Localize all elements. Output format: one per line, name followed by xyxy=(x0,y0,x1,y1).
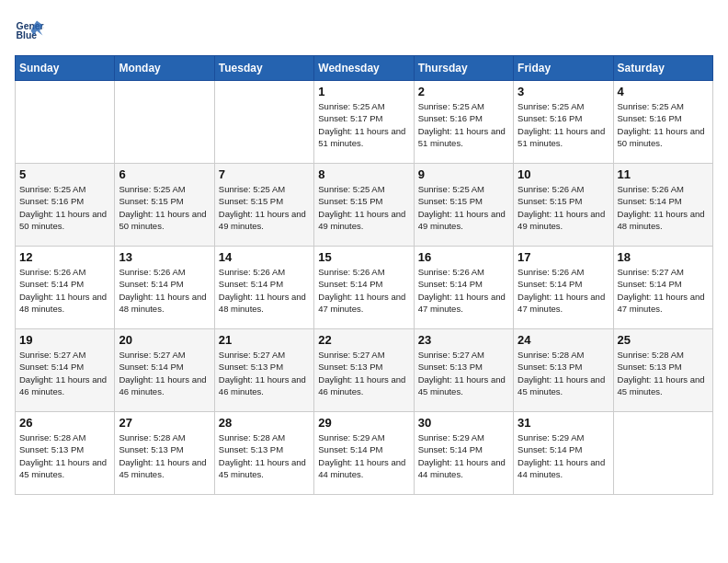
day-number: 7 xyxy=(219,167,310,181)
day-number: 25 xyxy=(618,333,709,347)
day-number: 27 xyxy=(119,416,210,430)
calendar-cell: 9Sunrise: 5:25 AMSunset: 5:15 PMDaylight… xyxy=(414,164,513,247)
calendar-cell: 7Sunrise: 5:25 AMSunset: 5:15 PMDaylight… xyxy=(214,164,313,247)
weekday-header: Tuesday xyxy=(214,56,313,81)
day-number: 2 xyxy=(418,85,509,98)
day-number: 20 xyxy=(119,333,210,347)
day-info: Sunrise: 5:25 AMSunset: 5:15 PMDaylight:… xyxy=(219,183,310,232)
day-info: Sunrise: 5:27 AMSunset: 5:13 PMDaylight:… xyxy=(318,349,409,397)
day-number: 11 xyxy=(618,167,709,181)
calendar-cell: 15Sunrise: 5:26 AMSunset: 5:14 PMDayligh… xyxy=(314,247,414,329)
day-number: 21 xyxy=(219,333,310,347)
day-number: 12 xyxy=(19,250,110,264)
calendar-cell xyxy=(214,81,313,164)
day-info: Sunrise: 5:27 AMSunset: 5:14 PMDaylight:… xyxy=(119,349,210,397)
day-info: Sunrise: 5:28 AMSunset: 5:13 PMDaylight:… xyxy=(518,349,609,397)
day-number: 30 xyxy=(418,416,509,430)
calendar-cell: 8Sunrise: 5:25 AMSunset: 5:15 PMDaylight… xyxy=(314,164,414,247)
day-info: Sunrise: 5:27 AMSunset: 5:13 PMDaylight:… xyxy=(418,349,509,397)
weekday-header: Friday xyxy=(514,56,613,81)
day-info: Sunrise: 5:25 AMSunset: 5:16 PMDaylight:… xyxy=(418,100,509,149)
calendar-cell: 11Sunrise: 5:26 AMSunset: 5:14 PMDayligh… xyxy=(613,164,712,247)
day-info: Sunrise: 5:26 AMSunset: 5:14 PMDaylight:… xyxy=(418,266,509,315)
calendar-cell: 16Sunrise: 5:26 AMSunset: 5:14 PMDayligh… xyxy=(414,247,513,329)
day-number: 17 xyxy=(518,250,609,264)
day-number: 18 xyxy=(618,250,709,264)
day-info: Sunrise: 5:25 AMSunset: 5:16 PMDaylight:… xyxy=(618,100,709,149)
calendar-cell xyxy=(613,412,712,495)
day-number: 28 xyxy=(219,416,310,430)
logo: General Blue xyxy=(15,15,50,44)
day-number: 22 xyxy=(318,333,409,347)
calendar-header: SundayMondayTuesdayWednesdayThursdayFrid… xyxy=(16,56,713,81)
day-info: Sunrise: 5:28 AMSunset: 5:13 PMDaylight:… xyxy=(119,431,210,480)
calendar-cell xyxy=(115,81,214,164)
calendar-cell: 14Sunrise: 5:26 AMSunset: 5:14 PMDayligh… xyxy=(214,247,313,329)
day-number: 13 xyxy=(119,250,210,264)
day-info: Sunrise: 5:28 AMSunset: 5:13 PMDaylight:… xyxy=(618,349,709,397)
day-number: 24 xyxy=(518,333,609,347)
day-info: Sunrise: 5:26 AMSunset: 5:14 PMDaylight:… xyxy=(119,266,210,315)
day-info: Sunrise: 5:29 AMSunset: 5:14 PMDaylight:… xyxy=(418,431,509,480)
day-info: Sunrise: 5:28 AMSunset: 5:13 PMDaylight:… xyxy=(219,431,310,480)
calendar-cell: 25Sunrise: 5:28 AMSunset: 5:13 PMDayligh… xyxy=(613,329,712,412)
calendar-cell: 28Sunrise: 5:28 AMSunset: 5:13 PMDayligh… xyxy=(214,412,313,495)
day-number: 31 xyxy=(518,416,609,430)
day-info: Sunrise: 5:27 AMSunset: 5:13 PMDaylight:… xyxy=(219,349,310,397)
day-number: 3 xyxy=(518,85,609,98)
day-info: Sunrise: 5:25 AMSunset: 5:15 PMDaylight:… xyxy=(418,183,509,232)
day-info: Sunrise: 5:29 AMSunset: 5:14 PMDaylight:… xyxy=(518,431,609,480)
weekday-header: Sunday xyxy=(16,56,115,81)
day-info: Sunrise: 5:27 AMSunset: 5:14 PMDaylight:… xyxy=(618,266,709,315)
calendar-cell: 18Sunrise: 5:27 AMSunset: 5:14 PMDayligh… xyxy=(613,247,712,329)
calendar-cell: 17Sunrise: 5:26 AMSunset: 5:14 PMDayligh… xyxy=(514,247,613,329)
calendar-cell: 27Sunrise: 5:28 AMSunset: 5:13 PMDayligh… xyxy=(115,412,214,495)
calendar-cell: 26Sunrise: 5:28 AMSunset: 5:13 PMDayligh… xyxy=(16,412,115,495)
day-info: Sunrise: 5:25 AMSunset: 5:15 PMDaylight:… xyxy=(318,183,409,232)
day-number: 19 xyxy=(19,333,110,347)
day-number: 14 xyxy=(219,250,310,264)
calendar-cell: 20Sunrise: 5:27 AMSunset: 5:14 PMDayligh… xyxy=(115,329,214,412)
day-info: Sunrise: 5:26 AMSunset: 5:14 PMDaylight:… xyxy=(618,183,709,232)
day-info: Sunrise: 5:27 AMSunset: 5:14 PMDaylight:… xyxy=(19,349,110,397)
calendar-cell: 2Sunrise: 5:25 AMSunset: 5:16 PMDaylight… xyxy=(414,81,513,164)
day-number: 10 xyxy=(518,167,609,181)
calendar-cell: 31Sunrise: 5:29 AMSunset: 5:14 PMDayligh… xyxy=(514,412,613,495)
calendar-cell: 10Sunrise: 5:26 AMSunset: 5:15 PMDayligh… xyxy=(514,164,613,247)
day-number: 26 xyxy=(19,416,110,430)
calendar-cell: 21Sunrise: 5:27 AMSunset: 5:13 PMDayligh… xyxy=(214,329,313,412)
day-info: Sunrise: 5:26 AMSunset: 5:14 PMDaylight:… xyxy=(19,266,110,315)
day-info: Sunrise: 5:26 AMSunset: 5:14 PMDaylight:… xyxy=(518,266,609,315)
calendar-cell: 30Sunrise: 5:29 AMSunset: 5:14 PMDayligh… xyxy=(414,412,513,495)
day-info: Sunrise: 5:26 AMSunset: 5:15 PMDaylight:… xyxy=(518,183,609,232)
page-header: General Blue xyxy=(15,15,713,44)
day-info: Sunrise: 5:25 AMSunset: 5:16 PMDaylight:… xyxy=(518,100,609,149)
calendar-table: SundayMondayTuesdayWednesdayThursdayFrid… xyxy=(15,55,713,495)
day-number: 6 xyxy=(119,167,210,181)
calendar-cell: 13Sunrise: 5:26 AMSunset: 5:14 PMDayligh… xyxy=(115,247,214,329)
day-info: Sunrise: 5:26 AMSunset: 5:14 PMDaylight:… xyxy=(318,266,409,315)
day-number: 9 xyxy=(418,167,509,181)
logo-icon: General Blue xyxy=(15,15,44,44)
calendar-cell: 19Sunrise: 5:27 AMSunset: 5:14 PMDayligh… xyxy=(16,329,115,412)
day-info: Sunrise: 5:25 AMSunset: 5:15 PMDaylight:… xyxy=(119,183,210,232)
day-info: Sunrise: 5:26 AMSunset: 5:14 PMDaylight:… xyxy=(219,266,310,315)
calendar-cell: 1Sunrise: 5:25 AMSunset: 5:17 PMDaylight… xyxy=(314,81,414,164)
weekday-header: Thursday xyxy=(414,56,513,81)
day-number: 23 xyxy=(418,333,509,347)
weekday-header: Monday xyxy=(115,56,214,81)
calendar-cell: 23Sunrise: 5:27 AMSunset: 5:13 PMDayligh… xyxy=(414,329,513,412)
day-number: 5 xyxy=(19,167,110,181)
day-info: Sunrise: 5:29 AMSunset: 5:14 PMDaylight:… xyxy=(318,431,409,480)
calendar-cell xyxy=(16,81,115,164)
day-info: Sunrise: 5:25 AMSunset: 5:16 PMDaylight:… xyxy=(19,183,110,232)
day-number: 29 xyxy=(318,416,409,430)
weekday-header: Saturday xyxy=(613,56,712,81)
day-number: 8 xyxy=(318,167,409,181)
calendar-cell: 3Sunrise: 5:25 AMSunset: 5:16 PMDaylight… xyxy=(514,81,613,164)
day-info: Sunrise: 5:25 AMSunset: 5:17 PMDaylight:… xyxy=(318,100,409,149)
calendar-cell: 24Sunrise: 5:28 AMSunset: 5:13 PMDayligh… xyxy=(514,329,613,412)
weekday-header: Wednesday xyxy=(314,56,414,81)
day-number: 4 xyxy=(618,85,709,98)
day-info: Sunrise: 5:28 AMSunset: 5:13 PMDaylight:… xyxy=(19,431,110,480)
